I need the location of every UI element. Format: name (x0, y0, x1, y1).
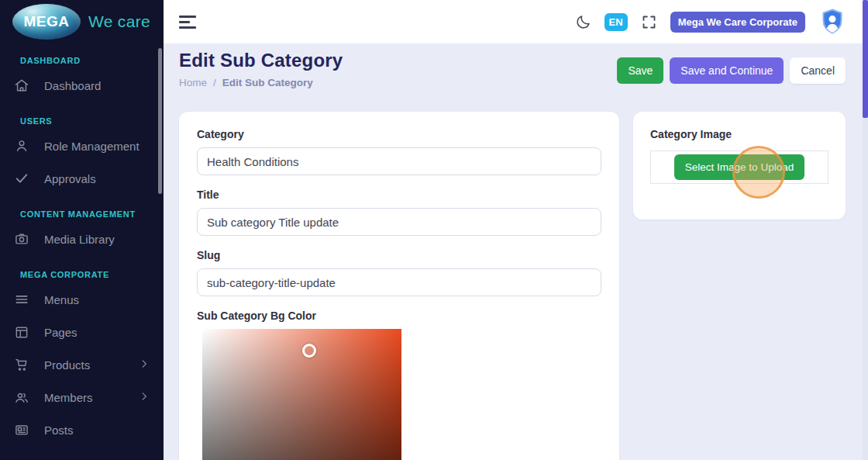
logo-tagline: We care (88, 12, 150, 31)
avatar-shield-icon (818, 8, 846, 36)
cart-icon (14, 357, 29, 372)
category-image-card: Category Image Select Image to Upload (633, 112, 846, 220)
breadcrumb-separator: / (213, 77, 216, 88)
user-icon (14, 138, 29, 154)
sidebar-item-dashboard[interactable]: Dashboard (0, 69, 164, 102)
moon-icon (575, 14, 591, 30)
sidebar-item-menus[interactable]: Menus (0, 283, 164, 316)
logo-mark: MEGA (24, 13, 70, 30)
nav-section-dashboard: DASHBOARD Dashboard (0, 56, 164, 102)
newspaper-icon (14, 422, 29, 438)
sidebar-item-label: Members (44, 391, 93, 404)
chevron-right-icon (139, 391, 150, 404)
color-picker-saturation-square[interactable] (202, 329, 401, 460)
sidebar-item-label: Role Management (44, 140, 140, 153)
save-button[interactable]: Save (617, 57, 663, 84)
main-content: Edit Sub Category Home / Edit Sub Catego… (164, 43, 868, 460)
sidebar-item-products[interactable]: Products (0, 348, 164, 381)
breadcrumb: Home / Edit Sub Category (179, 77, 343, 88)
sidebar-item-approvals[interactable]: Approvals (0, 162, 164, 195)
nav-section-label: MEGA CORPORATE (20, 270, 164, 279)
sidebar-item-media-library[interactable]: Media Library (0, 223, 164, 255)
nav-section-label: CONTENT MANAGEMENT (20, 209, 164, 219)
slug-input[interactable] (197, 268, 601, 296)
sidebar-item-label: Media Library (44, 233, 115, 246)
sidebar-item-label: Pages (44, 326, 78, 339)
category-image-label: Category Image (650, 128, 828, 140)
nav-section-mega-corporate: MEGA CORPORATE Menus Pages Products Memb… (0, 270, 164, 446)
sidebar-nav: DASHBOARD Dashboard USERS Role Managemen… (0, 43, 164, 446)
chevron-right-icon (139, 358, 150, 372)
color-picker-handle[interactable] (302, 344, 316, 358)
breadcrumb-home-link[interactable]: Home (179, 77, 207, 88)
save-and-continue-button[interactable]: Save and Continue (670, 57, 784, 84)
mega-logo-oval: MEGA (12, 4, 81, 40)
topbar: EN Mega We Care Corporate (164, 0, 868, 43)
bg-color-label: Sub Category Bg Color (197, 310, 601, 322)
check-icon (14, 171, 29, 186)
home-icon (14, 78, 29, 93)
slug-label: Slug (197, 249, 601, 261)
nav-section-label: DASHBOARD (20, 56, 164, 65)
category-label: Category (197, 128, 601, 140)
topbar-right-group: EN Mega We Care Corporate (575, 8, 846, 36)
nav-section-content-management: CONTENT MANAGEMENT Media Library (0, 209, 164, 255)
image-upload-dropzone[interactable]: Select Image to Upload (650, 150, 828, 184)
fullscreen-button[interactable] (641, 14, 657, 30)
sidebar-item-label: Products (44, 358, 90, 372)
sidebar-item-members[interactable]: Members (0, 381, 164, 413)
sidebar-item-label: Approvals (44, 172, 96, 185)
menu-icon (14, 292, 29, 307)
title-label: Title (197, 188, 601, 201)
sidebar-toggle-button[interactable] (179, 16, 196, 29)
sidebar-item-role-management[interactable]: Role Management (0, 130, 164, 162)
page-actions: Save Save and Continue Cancel (617, 57, 846, 84)
sidebar-item-label: Menus (44, 293, 79, 306)
sidebar-scrollbar-thumb[interactable] (158, 48, 162, 194)
fullscreen-icon (641, 14, 657, 30)
sidebar-item-posts[interactable]: Posts (0, 413, 164, 446)
nav-section-users: USERS Role Management Approvals (0, 116, 164, 195)
title-input[interactable] (197, 208, 601, 236)
page-title: Edit Sub Category (179, 50, 343, 71)
breadcrumb-current: Edit Sub Category (222, 77, 313, 88)
sidebar-item-pages[interactable]: Pages (0, 316, 164, 348)
sidebar-item-label: Dashboard (44, 79, 101, 92)
sidebar: MEGA We care DASHBOARD Dashboard USERS R… (0, 0, 164, 460)
category-input[interactable] (197, 147, 601, 175)
hamburger-icon (179, 16, 196, 18)
page-header: Edit Sub Category Home / Edit Sub Catego… (179, 50, 846, 88)
nav-section-label: USERS (20, 116, 164, 126)
sidebar-item-label: Posts (44, 424, 74, 437)
users-icon (14, 389, 29, 405)
cancel-button[interactable]: Cancel (790, 57, 846, 84)
dark-mode-toggle[interactable] (575, 14, 591, 30)
edit-form-card: Category Title Slug Sub Category Bg Colo… (179, 112, 619, 460)
user-avatar[interactable] (818, 8, 846, 36)
workspace-button[interactable]: Mega We Care Corporate (670, 12, 805, 33)
camera-icon (14, 231, 29, 247)
app-logo[interactable]: MEGA We care (0, 0, 164, 43)
language-badge[interactable]: EN (604, 13, 628, 31)
select-image-button[interactable]: Select Image to Upload (674, 154, 804, 180)
page-title-block: Edit Sub Category Home / Edit Sub Catego… (179, 50, 343, 88)
page-scrollbar-thumb[interactable] (863, 0, 868, 118)
layout-icon (14, 324, 29, 340)
